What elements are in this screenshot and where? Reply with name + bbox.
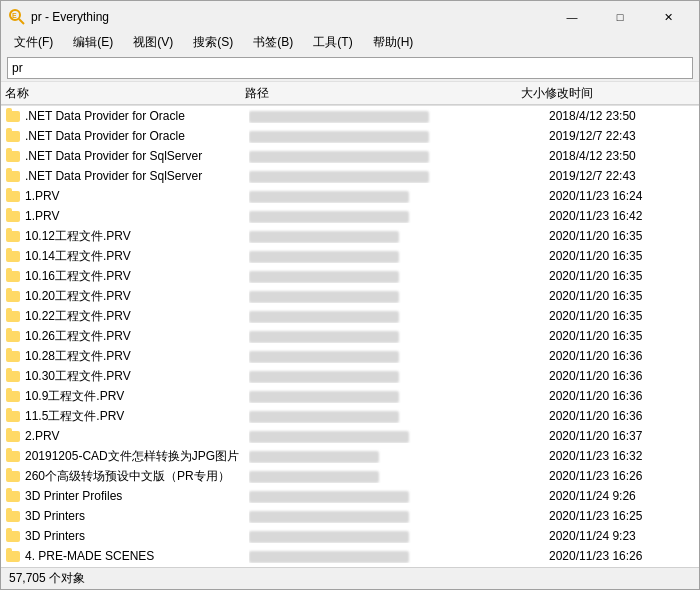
table-row[interactable]: 10.12工程文件.PRV2020/11/20 16:35 bbox=[1, 226, 699, 246]
col-header-size[interactable]: 大小 bbox=[475, 85, 545, 102]
col-header-path[interactable]: 路径 bbox=[245, 85, 475, 102]
row-path bbox=[249, 269, 479, 283]
row-path bbox=[249, 309, 479, 323]
menu-bar: 文件(F)编辑(E)视图(V)搜索(S)书签(B)工具(T)帮助(H) bbox=[1, 31, 699, 53]
table-row[interactable]: 11.5工程文件.PRV2020/11/20 16:36 bbox=[1, 406, 699, 426]
table-row[interactable]: 3D Printers2020/11/24 9:23 bbox=[1, 526, 699, 546]
title-bar-left: E pr - Everything bbox=[9, 9, 109, 25]
table-row[interactable]: 10.28工程文件.PRV2020/11/20 16:36 bbox=[1, 346, 699, 366]
row-modified: 2020/11/20 16:35 bbox=[549, 289, 679, 303]
folder-icon bbox=[5, 348, 21, 364]
row-modified: 2020/11/20 16:35 bbox=[549, 329, 679, 343]
folder-icon bbox=[5, 288, 21, 304]
row-modified: 2020/11/20 16:36 bbox=[549, 369, 679, 383]
minimize-button[interactable]: — bbox=[549, 6, 595, 28]
row-name: 20191205-CAD文件怎样转换为JPG图片 bbox=[25, 448, 249, 465]
row-path bbox=[249, 289, 479, 303]
row-name: .NET Data Provider for Oracle bbox=[25, 129, 249, 143]
results-area[interactable]: .NET Data Provider for Oracle2018/4/12 2… bbox=[1, 105, 699, 585]
row-path bbox=[249, 129, 479, 143]
row-modified: 2020/11/24 9:23 bbox=[549, 529, 679, 543]
table-row[interactable]: 3D Printer Profiles2020/11/24 9:26 bbox=[1, 486, 699, 506]
svg-text:E: E bbox=[12, 12, 17, 19]
table-row[interactable]: 10.26工程文件.PRV2020/11/20 16:35 bbox=[1, 326, 699, 346]
row-name: 10.9工程文件.PRV bbox=[25, 388, 249, 405]
row-name: 10.14工程文件.PRV bbox=[25, 248, 249, 265]
row-path bbox=[249, 529, 479, 543]
col-header-modified[interactable]: 修改时间 bbox=[545, 85, 675, 102]
svg-line-1 bbox=[19, 19, 24, 24]
table-row[interactable]: .NET Data Provider for SqlServer2018/4/1… bbox=[1, 146, 699, 166]
menu-item-f[interactable]: 文件(F) bbox=[5, 31, 62, 54]
folder-icon bbox=[5, 468, 21, 484]
row-path bbox=[249, 249, 479, 263]
table-row[interactable]: .NET Data Provider for Oracle2019/12/7 2… bbox=[1, 126, 699, 146]
row-name: 10.28工程文件.PRV bbox=[25, 348, 249, 365]
row-name: 10.30工程文件.PRV bbox=[25, 368, 249, 385]
row-name: .NET Data Provider for Oracle bbox=[25, 109, 249, 123]
table-row[interactable]: 10.9工程文件.PRV2020/11/20 16:36 bbox=[1, 386, 699, 406]
row-name: 10.22工程文件.PRV bbox=[25, 308, 249, 325]
menu-item-s[interactable]: 搜索(S) bbox=[184, 31, 242, 54]
row-name: 10.26工程文件.PRV bbox=[25, 328, 249, 345]
row-path bbox=[249, 429, 479, 443]
table-row[interactable]: 10.30工程文件.PRV2020/11/20 16:36 bbox=[1, 366, 699, 386]
folder-icon bbox=[5, 328, 21, 344]
row-modified: 2020/11/23 16:24 bbox=[549, 189, 679, 203]
title-bar: E pr - Everything — □ ✕ bbox=[1, 1, 699, 31]
row-name: 2.PRV bbox=[25, 429, 249, 443]
row-path bbox=[249, 509, 479, 523]
row-name: 3D Printers bbox=[25, 509, 249, 523]
table-row[interactable]: 20191205-CAD文件怎样转换为JPG图片2020/11/23 16:32 bbox=[1, 446, 699, 466]
table-row[interactable]: 10.20工程文件.PRV2020/11/20 16:35 bbox=[1, 286, 699, 306]
table-row[interactable]: 260个高级转场预设中文版（PR专用）2020/11/23 16:26 bbox=[1, 466, 699, 486]
table-row[interactable]: 10.16工程文件.PRV2020/11/20 16:35 bbox=[1, 266, 699, 286]
folder-icon bbox=[5, 228, 21, 244]
table-row[interactable]: 10.22工程文件.PRV2020/11/20 16:35 bbox=[1, 306, 699, 326]
table-row[interactable]: 1.PRV2020/11/23 16:42 bbox=[1, 206, 699, 226]
row-modified: 2020/11/24 9:26 bbox=[549, 489, 679, 503]
table-row[interactable]: 10.14工程文件.PRV2020/11/20 16:35 bbox=[1, 246, 699, 266]
table-row[interactable]: 4. PRE-MADE SCENES2020/11/23 16:26 bbox=[1, 546, 699, 566]
menu-item-b[interactable]: 书签(B) bbox=[244, 31, 302, 54]
table-row[interactable]: .NET Data Provider for Oracle2018/4/12 2… bbox=[1, 106, 699, 126]
row-path bbox=[249, 149, 479, 163]
status-bar: 57,705 个对象 bbox=[1, 567, 699, 589]
table-row[interactable]: .NET Data Provider for SqlServer2019/12/… bbox=[1, 166, 699, 186]
row-modified: 2020/11/20 16:36 bbox=[549, 349, 679, 363]
row-modified: 2019/12/7 22:43 bbox=[549, 129, 679, 143]
row-path bbox=[249, 549, 479, 563]
menu-item-v[interactable]: 视图(V) bbox=[124, 31, 182, 54]
row-modified: 2019/12/7 22:43 bbox=[549, 169, 679, 183]
row-modified: 2020/11/20 16:35 bbox=[549, 309, 679, 323]
row-name: 10.20工程文件.PRV bbox=[25, 288, 249, 305]
folder-icon bbox=[5, 548, 21, 564]
col-header-name[interactable]: 名称 bbox=[5, 85, 245, 102]
maximize-button[interactable]: □ bbox=[597, 6, 643, 28]
folder-icon bbox=[5, 408, 21, 424]
row-path bbox=[249, 389, 479, 403]
folder-icon bbox=[5, 428, 21, 444]
close-button[interactable]: ✕ bbox=[645, 6, 691, 28]
folder-icon bbox=[5, 148, 21, 164]
row-path bbox=[249, 329, 479, 343]
row-modified: 2020/11/20 16:37 bbox=[549, 429, 679, 443]
menu-item-t[interactable]: 工具(T) bbox=[304, 31, 361, 54]
row-path bbox=[249, 469, 479, 483]
row-path bbox=[249, 349, 479, 363]
row-modified: 2020/11/23 16:26 bbox=[549, 469, 679, 483]
title-bar-controls: — □ ✕ bbox=[549, 6, 691, 28]
row-modified: 2020/11/23 16:32 bbox=[549, 449, 679, 463]
folder-icon bbox=[5, 168, 21, 184]
search-input[interactable] bbox=[7, 57, 693, 79]
table-row[interactable]: 1.PRV2020/11/23 16:24 bbox=[1, 186, 699, 206]
row-path bbox=[249, 209, 479, 223]
menu-item-h[interactable]: 帮助(H) bbox=[364, 31, 423, 54]
table-row[interactable]: 3D Printers2020/11/23 16:25 bbox=[1, 506, 699, 526]
row-modified: 2018/4/12 23:50 bbox=[549, 109, 679, 123]
row-modified: 2020/11/20 16:36 bbox=[549, 409, 679, 423]
menu-item-e[interactable]: 编辑(E) bbox=[64, 31, 122, 54]
table-row[interactable]: 2.PRV2020/11/20 16:37 bbox=[1, 426, 699, 446]
folder-icon bbox=[5, 388, 21, 404]
row-name: .NET Data Provider for SqlServer bbox=[25, 149, 249, 163]
